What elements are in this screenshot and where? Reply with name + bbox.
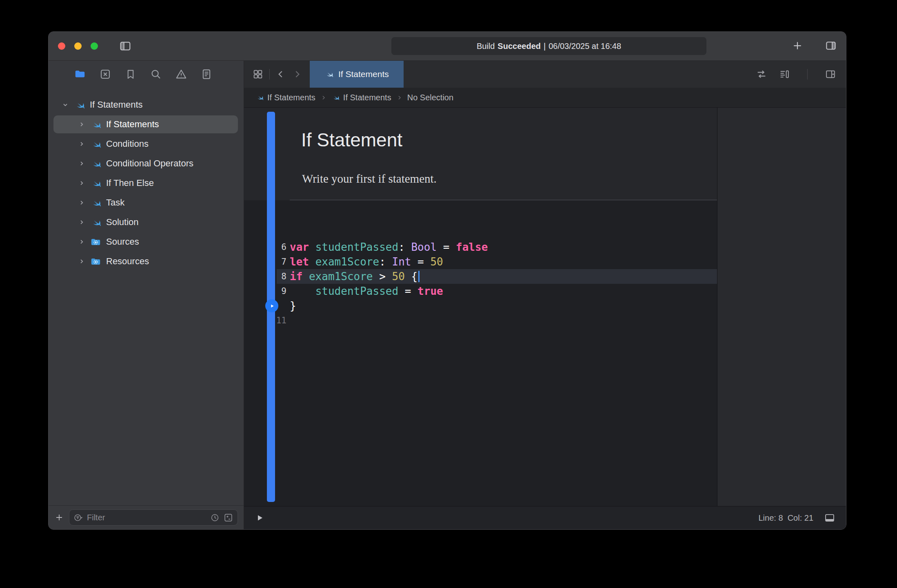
modified-filter-icon[interactable] (223, 513, 233, 523)
chevron-right-icon[interactable] (78, 258, 85, 265)
results-panel (717, 108, 846, 506)
close-button[interactable] (58, 42, 65, 50)
chevron-right-icon[interactable] (78, 179, 85, 187)
status-build-label: Build (477, 42, 495, 51)
sidebar-item-label: Sources (106, 237, 139, 247)
inline-run-button[interactable] (265, 299, 278, 312)
add-button-icon[interactable] (791, 40, 804, 52)
tab-if-statements[interactable]: If Statements (310, 61, 404, 88)
code-text: if exam1Score > 50 { (290, 269, 420, 284)
chevron-down-icon[interactable] (62, 101, 69, 108)
sidebar-filter-bar: Filter (49, 505, 244, 529)
code-line[interactable]: 7let exam1Score: Int = 50 (244, 254, 717, 269)
line-number: 11 (244, 313, 286, 328)
status-separator: | (544, 42, 546, 51)
add-item-icon[interactable] (54, 513, 64, 522)
tab-label: If Statements (338, 69, 389, 79)
breadcrumb-segment[interactable]: If Statements (255, 93, 315, 102)
swift-icon (331, 93, 340, 102)
source-editor[interactable]: If Statement Write your first if stateme… (244, 108, 717, 506)
sidebar-item-task[interactable]: Task (49, 193, 244, 212)
sidebar-item-if-then-else[interactable]: If Then Else (49, 173, 244, 193)
swift-icon (90, 217, 101, 228)
line-col-indicator: Line: 8 Col: 21 (758, 513, 813, 523)
prose-title: If Statement (301, 129, 402, 151)
adjust-editor-icon[interactable] (779, 69, 790, 80)
breadcrumb-label: If Statements (267, 93, 315, 102)
line-number: 6 (244, 240, 286, 254)
chevron-right-icon[interactable] (78, 219, 85, 226)
warning-navigator-icon[interactable] (175, 68, 187, 80)
toggle-navigator-icon[interactable] (119, 40, 132, 53)
sidebar-item-label: Conditions (106, 139, 149, 149)
code-lines: 6var studentPassed: Bool = false7let exa… (244, 240, 717, 328)
minimize-button[interactable] (74, 42, 82, 50)
swift-icon (74, 99, 85, 111)
bookmark-navigator-icon[interactable] (124, 68, 137, 80)
editor-layout-icon[interactable] (825, 40, 837, 52)
sidebar-item-resources[interactable]: Resources (49, 252, 244, 271)
code-text: var studentPassed: Bool = false (290, 240, 488, 254)
tab-bar: If Statements (244, 61, 846, 88)
code-text: let exam1Score: Int = 50 (290, 254, 443, 269)
sidebar-tree: If Statements If StatementsConditionsCon… (49, 88, 244, 505)
sidebar-item-conditions[interactable]: Conditions (49, 134, 244, 154)
swift-icon (255, 93, 264, 102)
breadcrumb-label: If Statements (343, 93, 391, 102)
code-review-icon[interactable] (756, 69, 767, 80)
x-square-navigator-icon[interactable] (99, 68, 111, 80)
chevron-right-icon[interactable] (78, 238, 85, 245)
editor-content: If Statement Write your first if stateme… (244, 108, 846, 506)
navigator-tab-strip (49, 61, 244, 88)
sidebar-item-root[interactable]: If Statements (49, 95, 244, 115)
sidebar-item-solution[interactable]: Solution (49, 212, 244, 232)
forward-icon[interactable] (292, 69, 302, 80)
chevron-right-icon[interactable] (78, 140, 85, 148)
breadcrumb-segment[interactable]: If Statements (331, 93, 391, 102)
divider (807, 69, 808, 80)
status-result-label: Succeeded (497, 42, 541, 51)
breadcrumb-segment[interactable]: No Selection (407, 93, 453, 102)
filter-field[interactable]: Filter (69, 509, 238, 526)
tab-overview-icon[interactable] (252, 69, 264, 80)
line-number: 7 (244, 254, 286, 269)
prose-subtitle: Write your first if statement. (302, 172, 437, 186)
add-editor-icon[interactable] (825, 69, 836, 80)
chevron-right-icon[interactable] (78, 199, 85, 206)
back-icon[interactable] (275, 69, 286, 80)
sidebar-item-label: Solution (106, 217, 139, 228)
recents-icon[interactable] (210, 513, 220, 523)
breadcrumb-separator-icon (396, 95, 402, 101)
text-cursor (418, 271, 420, 282)
main-area: If Statements If StatementsConditionsCon… (49, 61, 846, 529)
sidebar-item-if-statements[interactable]: If Statements (49, 115, 244, 134)
search-navigator-icon[interactable] (150, 68, 162, 80)
report-navigator-icon[interactable] (200, 68, 213, 80)
sidebar-item-conditional-operators[interactable]: Conditional Operators (49, 154, 244, 173)
code-line[interactable]: 6var studentPassed: Bool = false (244, 240, 717, 254)
sidebar-root-label: If Statements (90, 99, 143, 110)
jump-bar: If StatementsIf StatementsNo Selection (244, 88, 846, 108)
sidebar-item-sources[interactable]: Sources (49, 232, 244, 252)
status-datetime: 06/03/2025 at 16:48 (548, 42, 621, 51)
chevron-right-icon[interactable] (78, 160, 85, 167)
zoom-button[interactable] (91, 42, 98, 50)
swift-icon (324, 70, 333, 79)
activity-status[interactable]: Build Succeeded | 06/03/2025 at 16:48 (391, 37, 706, 55)
code-line[interactable]: } (244, 298, 717, 313)
swift-icon (90, 178, 101, 189)
code-line[interactable]: 8if exam1Score > 50 { (244, 269, 717, 284)
code-line[interactable]: 9 studentPassed = true (244, 284, 717, 298)
run-icon[interactable] (255, 513, 264, 523)
folder-gear-icon (90, 237, 101, 248)
tab-bar-actions (756, 69, 846, 80)
swift-icon (90, 119, 101, 130)
code-text: } (290, 298, 296, 313)
chevron-right-icon[interactable] (78, 121, 85, 128)
prose-block: If Statement Write your first if stateme… (244, 108, 717, 200)
folder-navigator-icon[interactable] (74, 68, 86, 80)
filter-placeholder: Filter (87, 513, 206, 522)
editor-display-icon[interactable] (824, 512, 835, 524)
code-line[interactable]: 11 (244, 313, 717, 328)
sidebar-item-label: If Statements (106, 119, 159, 130)
